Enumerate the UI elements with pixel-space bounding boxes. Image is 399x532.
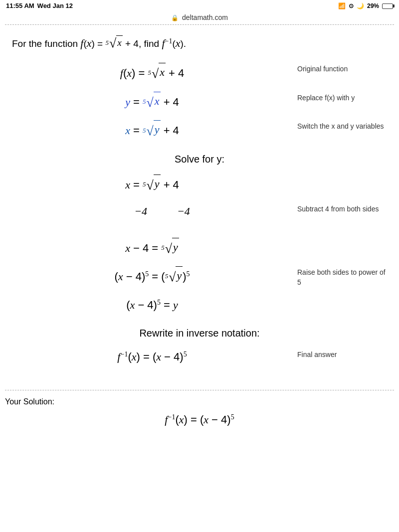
- lock-icon: 🔒: [171, 14, 179, 21]
- step-switch: x = 5√y + 4 Switch the x and y variables: [12, 120, 387, 140]
- step-subtract-math: −4 −4: [12, 202, 297, 228]
- date-display: Wed Jan 12: [37, 2, 73, 9]
- steps-container: f(x) = 5√x + 4 Original function y = 5√x…: [12, 62, 387, 375]
- step-final-math: f−1(x) = (x − 4)5: [12, 348, 297, 365]
- step-raise-power-note: Raise both sides to power of 5: [297, 266, 387, 287]
- solution-math: f−1(x) = (x − 4)5: [5, 413, 394, 426]
- step-x-minus4: x − 4 = 5√y: [12, 237, 387, 257]
- url-text: deltamath.com: [182, 13, 228, 21]
- step-subtract: −4 −4 Subtract 4 from both sides: [12, 202, 387, 228]
- step-original-math: f(x) = 5√x + 4: [12, 62, 297, 82]
- battery-percent: 29%: [367, 2, 379, 9]
- step-solve-repeat-note: [297, 174, 387, 176]
- step-replace-note: Replace f(x) with y: [297, 91, 387, 103]
- step-simplified: (x − 4)5 = y: [12, 296, 387, 314]
- your-solution-label: Your Solution:: [5, 397, 394, 406]
- step-x-minus4-note: [297, 237, 387, 239]
- step-final: f−1(x) = (x − 4)5 Final answer: [12, 348, 387, 365]
- step-replace: y = 5√x + 4 Replace f(x) with y: [12, 91, 387, 111]
- rewrite-label: Rewrite in inverse notation:: [12, 328, 387, 339]
- address-bar: 🔒 deltamath.com: [0, 11, 399, 24]
- main-content: For the function f(x) = 5√x + 4, find f−…: [0, 25, 399, 385]
- minus4-display: −4 −4: [12, 202, 292, 220]
- solution-section: Your Solution: f−1(x) = (x − 4)5: [5, 390, 394, 426]
- moon-icon: 🌙: [357, 2, 364, 9]
- step-original: f(x) = 5√x + 4 Original function: [12, 62, 387, 82]
- step-raise-power: (x − 4)5 = ( 5√y )5 Raise both sides to …: [12, 266, 387, 287]
- status-bar: 11:55 AM Wed Jan 12 📶 ⊙ 🌙 29%: [0, 0, 399, 11]
- location-icon: ⊙: [349, 2, 354, 9]
- battery-icon: [382, 2, 393, 9]
- step-switch-math: x = 5√y + 4: [12, 120, 297, 140]
- step-simplified-math: (x − 4)5 = y: [12, 296, 297, 314]
- step-solve-repeat: x = 5√y + 4: [12, 174, 387, 194]
- problem-statement: For the function f(x) = 5√x + 4, find f−…: [12, 35, 387, 51]
- step-original-note: Original function: [297, 62, 387, 74]
- step-replace-math: y = 5√x + 4: [12, 91, 297, 111]
- step-final-note: Final answer: [297, 348, 387, 360]
- solve-label: Solve for y:: [12, 154, 387, 165]
- step-solve-repeat-math: x = 5√y + 4: [12, 174, 297, 194]
- step-simplified-note: [297, 296, 387, 298]
- step-raise-power-math: (x − 4)5 = ( 5√y )5: [12, 266, 297, 286]
- wifi-icon: 📶: [338, 2, 346, 9]
- step-subtract-note: Subtract 4 from both sides: [297, 202, 387, 214]
- time-display: 11:55 AM: [6, 2, 34, 9]
- step-x-minus4-math: x − 4 = 5√y: [12, 237, 297, 257]
- step-switch-note: Switch the x and y variables: [297, 120, 387, 132]
